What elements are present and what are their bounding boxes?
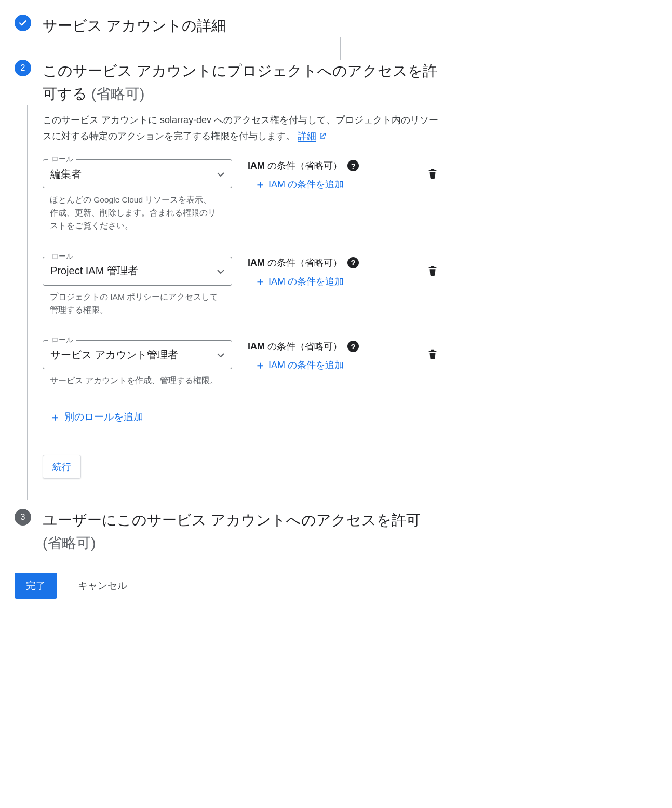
chevron-down-icon [217, 266, 224, 276]
role-select-value: 編集者 [50, 167, 217, 181]
done-button[interactable]: 完了 [15, 573, 57, 599]
role-helper-text: サービス アカウントを作成、管理する権限。 [43, 369, 222, 387]
chevron-down-icon [217, 169, 224, 179]
add-iam-condition-button[interactable]: ＋ IAM の条件を追加 [255, 178, 388, 191]
step2-number-icon: 2 [15, 60, 31, 76]
role-select-value: Project IAM 管理者 [50, 264, 217, 278]
plus-icon: ＋ [255, 179, 265, 190]
learn-more-link[interactable]: 詳細 [298, 131, 316, 142]
role-select-0[interactable]: ロール 編集者 [43, 159, 232, 188]
help-icon[interactable]: ? [347, 341, 359, 352]
add-iam-condition-button[interactable]: ＋ IAM の条件を追加 [255, 359, 388, 371]
external-link-icon [318, 129, 327, 145]
role-helper-text: プロジェクトの IAM ポリシーにアクセスして管理する権限。 [43, 286, 222, 317]
delete-role-icon[interactable] [427, 270, 438, 279]
step1-check-icon [15, 15, 31, 31]
role-select-label: ロール [48, 252, 76, 261]
add-iam-condition-button[interactable]: ＋ IAM の条件を追加 [255, 275, 388, 288]
chevron-down-icon [217, 350, 224, 359]
step3-number-icon: 3 [15, 509, 31, 526]
role-helper-text: ほとんどの Google Cloud リソースを表示、作成、更新、削除します。含… [43, 188, 222, 232]
role-select-label: ロール [48, 335, 76, 345]
plus-icon: ＋ [50, 412, 60, 422]
delete-role-icon[interactable] [427, 173, 438, 182]
step2-title: このサービス アカウントにプロジェクトへのアクセスを許可する (省略可) [43, 60, 437, 105]
role-select-1[interactable]: ロール Project IAM 管理者 [43, 257, 232, 286]
plus-icon: ＋ [255, 276, 265, 287]
iam-condition-label: IAM の条件（省略可） ? [248, 340, 388, 353]
continue-button[interactable]: 続行 [43, 455, 81, 479]
step1-title: サービス アカウントの詳細 [43, 15, 226, 37]
plus-icon: ＋ [255, 360, 265, 370]
role-select-label: ロール [48, 155, 76, 164]
role-select-value: サービス アカウント管理者 [50, 348, 217, 362]
delete-role-icon[interactable] [427, 354, 438, 362]
step3-title: ユーザーにこのサービス アカウントへのアクセスを許可 (省略可) [43, 509, 437, 554]
role-select-2[interactable]: ロール サービス アカウント管理者 [43, 340, 232, 369]
iam-condition-label: IAM の条件（省略可） ? [248, 257, 388, 269]
cancel-button[interactable]: キャンセル [78, 579, 127, 592]
help-icon[interactable]: ? [347, 257, 359, 268]
add-another-role-button[interactable]: ＋ 別のロールを追加 [50, 410, 143, 424]
iam-condition-label: IAM の条件（省略可） ? [248, 159, 388, 172]
step2-description: このサービス アカウントに solarray-dev へのアクセス権を付与して、… [43, 112, 441, 145]
help-icon[interactable]: ? [347, 160, 359, 171]
